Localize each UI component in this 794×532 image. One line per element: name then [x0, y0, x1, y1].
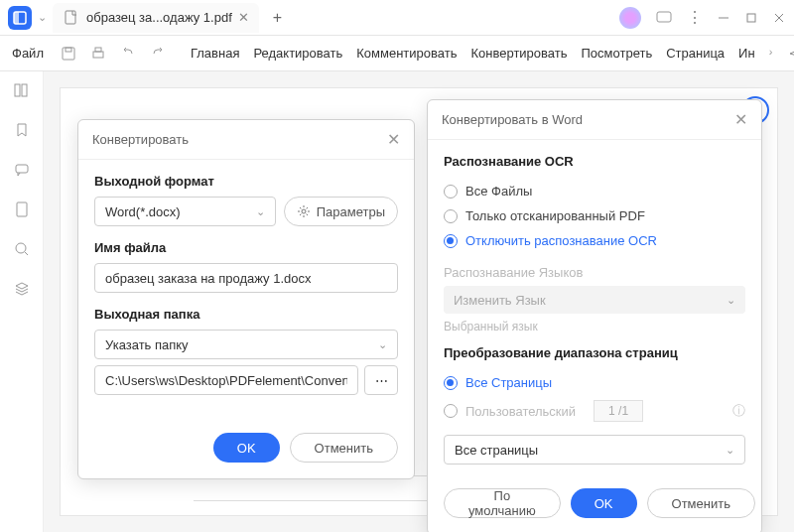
- svg-line-17: [25, 252, 28, 255]
- radio-disable-ocr[interactable]: Отключить распознавание OCR: [444, 228, 745, 253]
- svg-rect-11: [95, 48, 101, 52]
- tab-home[interactable]: Главная: [191, 46, 239, 61]
- menubar: Файл Главная Редактировать Комментироват…: [0, 36, 794, 71]
- svg-rect-13: [22, 84, 27, 96]
- dialog-footer: OK Отменить: [78, 423, 414, 478]
- folder-select[interactable]: Указать папку ⌄: [94, 330, 398, 359]
- ok-button[interactable]: OK: [571, 488, 637, 518]
- pages-select-value: Все страницы: [455, 443, 538, 458]
- radio-icon: [444, 209, 458, 223]
- dialog-title: Конвертировать: [92, 132, 189, 147]
- chat-icon[interactable]: [13, 161, 31, 179]
- default-button[interactable]: По умолчанию: [444, 488, 561, 518]
- folder-path-input[interactable]: [94, 365, 358, 395]
- tab-more[interactable]: Ин: [738, 46, 755, 61]
- convert-word-dialog: Конвертировать в Word ✕ Распознавание OC…: [427, 99, 762, 532]
- radio-all-files[interactable]: Все Файлы: [444, 179, 745, 203]
- svg-rect-8: [63, 48, 74, 60]
- ribbon-tabs: Главная Редактировать Комментировать Кон…: [191, 46, 772, 61]
- chevron-down-icon: ⌄: [378, 338, 387, 351]
- svg-point-16: [16, 243, 26, 253]
- tab-title: образец за...одажу 1.pdf: [86, 10, 232, 25]
- lang-change-label: Изменить Язык: [454, 293, 546, 308]
- page-range-input: [594, 400, 643, 422]
- svg-rect-1: [14, 12, 19, 24]
- layers-icon[interactable]: [13, 280, 31, 298]
- lang-section-title: Распознавание Языков: [444, 265, 745, 280]
- cancel-button[interactable]: Отменить: [290, 433, 398, 463]
- format-select[interactable]: Word(*.docx) ⌄: [94, 197, 276, 226]
- svg-rect-10: [93, 52, 103, 58]
- redo-icon[interactable]: [149, 45, 167, 63]
- print-icon[interactable]: [89, 45, 107, 63]
- save-icon[interactable]: [60, 45, 77, 63]
- gear-icon: [297, 204, 311, 218]
- document-tab[interactable]: образец за...одажу 1.pdf ✕: [53, 3, 259, 33]
- radio-label: Все Файлы: [465, 184, 532, 199]
- minimize-button[interactable]: [717, 11, 730, 25]
- browse-button[interactable]: ⋯: [364, 365, 398, 395]
- svg-rect-14: [16, 165, 28, 173]
- quick-actions: [60, 45, 167, 63]
- radio-label: Пользовательский: [465, 404, 576, 419]
- search-icon[interactable]: [13, 240, 31, 258]
- filename-input[interactable]: [94, 263, 398, 293]
- close-window-button[interactable]: [772, 11, 786, 25]
- radio-label: Все Страницы: [465, 375, 552, 390]
- svg-rect-15: [17, 202, 27, 216]
- radio-icon: [444, 234, 458, 248]
- tab-page[interactable]: Страница: [666, 46, 725, 61]
- sidebar: [0, 71, 44, 532]
- svg-point-19: [302, 209, 306, 213]
- bookmark-icon[interactable]: [13, 121, 31, 139]
- maximize-button[interactable]: [744, 11, 758, 25]
- tab-edit[interactable]: Редактировать: [253, 46, 342, 61]
- avatar[interactable]: [619, 7, 641, 29]
- convert-dialog: Конвертировать ✕ Выходной формат Word(*.…: [77, 119, 415, 479]
- params-button[interactable]: Параметры: [284, 197, 398, 226]
- radio-scanned-only[interactable]: Только отсканированный PDF: [444, 203, 745, 228]
- svg-rect-5: [747, 14, 755, 22]
- radio-custom-pages[interactable]: Пользовательский ⓘ: [444, 395, 745, 427]
- range-section-title: Преобразование диапазона страниц: [444, 345, 745, 360]
- app-logo: [8, 6, 32, 30]
- format-value: Word(*.docx): [105, 204, 181, 219]
- radio-label: Только отсканированный PDF: [465, 208, 645, 223]
- folder-select-value: Указать папку: [105, 337, 189, 352]
- thumbnails-icon[interactable]: [13, 81, 31, 99]
- ok-button[interactable]: OK: [213, 433, 280, 463]
- dialog-title: Конвертировать в Word: [442, 112, 583, 127]
- radio-label: Отключить распознавание OCR: [465, 233, 657, 248]
- tab-view[interactable]: Посмотреть: [582, 46, 653, 61]
- comment-icon[interactable]: [655, 9, 673, 27]
- svg-rect-12: [15, 84, 20, 96]
- chevron-right-icon[interactable]: ›: [769, 46, 773, 61]
- radio-all-pages[interactable]: Все Страницы: [444, 370, 745, 395]
- undo-icon[interactable]: [119, 45, 137, 63]
- file-menu[interactable]: Файл: [12, 46, 44, 61]
- dropdown-icon[interactable]: ⌄: [38, 11, 47, 24]
- chevron-down-icon: ⌄: [256, 205, 265, 218]
- dialog-header: Конвертировать в Word ✕: [428, 100, 761, 140]
- filename-label: Имя файла: [94, 240, 398, 255]
- params-label: Параметры: [317, 204, 385, 219]
- format-label: Выходной формат: [94, 174, 398, 189]
- pdf-icon: [63, 9, 80, 27]
- attachment-icon[interactable]: [13, 200, 31, 218]
- svg-rect-3: [657, 12, 671, 22]
- cancel-button[interactable]: Отменить: [647, 488, 755, 518]
- add-tab-button[interactable]: +: [265, 9, 290, 27]
- chevron-down-icon: ⌄: [726, 444, 734, 457]
- close-tab-icon[interactable]: ✕: [238, 10, 249, 25]
- dialog-footer: По умолчанию OK Отменить: [428, 478, 761, 532]
- share-icon[interactable]: [788, 45, 794, 63]
- pages-select[interactable]: Все страницы ⌄: [444, 435, 745, 465]
- close-icon[interactable]: ✕: [387, 130, 400, 149]
- kebab-menu-icon[interactable]: ⋮: [687, 8, 703, 27]
- close-icon[interactable]: ✕: [734, 110, 747, 129]
- info-icon: ⓘ: [732, 402, 745, 420]
- tab-convert[interactable]: Конвертировать: [470, 46, 567, 61]
- svg-rect-9: [66, 48, 71, 52]
- tab-comment[interactable]: Комментировать: [356, 46, 457, 61]
- selected-lang-label: Выбранный язык: [444, 320, 745, 333]
